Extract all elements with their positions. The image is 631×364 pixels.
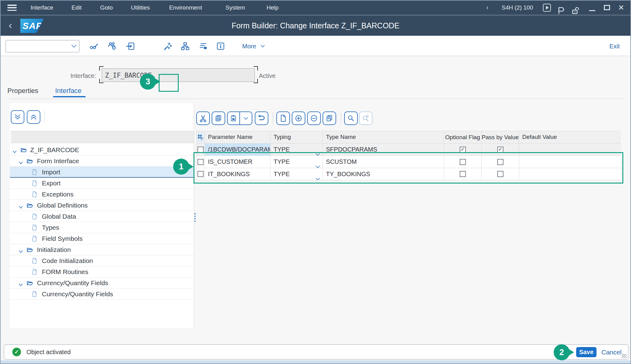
more-button[interactable]: More bbox=[242, 40, 265, 52]
shell-expand-icon[interactable]: › bbox=[486, 1, 488, 15]
insert-line-button[interactable] bbox=[292, 111, 305, 125]
select-all-cell[interactable] bbox=[197, 131, 205, 143]
pass-by-value-checkbox[interactable]: ✓ bbox=[497, 147, 503, 153]
tab-interface[interactable]: Interface bbox=[55, 87, 82, 95]
optional-checkbox[interactable] bbox=[460, 159, 466, 165]
chevron-down-icon[interactable] bbox=[18, 159, 23, 166]
typing-cell[interactable]: TYPE bbox=[271, 144, 323, 156]
back-icon[interactable]: ‹ bbox=[9, 15, 12, 36]
hierarchy-icon[interactable] bbox=[180, 41, 190, 51]
duplicate-line-button[interactable] bbox=[323, 111, 336, 125]
tree-item-form-interface[interactable]: Form Interface bbox=[10, 156, 194, 167]
type-name-cell[interactable]: SFPDOCPARAMS bbox=[323, 144, 444, 156]
expand-all-button[interactable] bbox=[11, 110, 24, 124]
tree-item-currency-quantity-folder[interactable]: Currency/Quantity Fields bbox=[10, 277, 194, 289]
display-change-icon[interactable] bbox=[89, 41, 99, 51]
pass-by-value-checkbox[interactable] bbox=[497, 159, 503, 165]
tree-item-field-symbols[interactable]: Field Symbols bbox=[10, 233, 194, 244]
type-name-cell[interactable]: TY_BOOKINGS bbox=[323, 168, 444, 180]
chevron-down-icon[interactable] bbox=[18, 203, 23, 211]
row-select-cell[interactable] bbox=[197, 156, 205, 168]
new-line-button[interactable] bbox=[276, 111, 290, 125]
interface-input[interactable] bbox=[104, 70, 250, 81]
menu-help[interactable]: Help bbox=[267, 1, 279, 15]
copy-button[interactable] bbox=[212, 111, 225, 125]
tree-item-form-routines[interactable]: FORM Routines bbox=[10, 266, 194, 277]
activate-icon[interactable] bbox=[198, 41, 209, 51]
cancel-button[interactable]: Cancel bbox=[601, 347, 621, 357]
save-button[interactable]: Save bbox=[576, 347, 596, 357]
menu-system[interactable]: System bbox=[226, 1, 245, 15]
panel-splitter-handle[interactable] bbox=[194, 213, 196, 222]
default-value-cell[interactable] bbox=[519, 168, 621, 180]
paste-dropdown-icon[interactable] bbox=[239, 112, 252, 124]
resize-grip[interactable] bbox=[622, 354, 627, 358]
parameter-name-cell[interactable]: IT_BOOKINGS bbox=[205, 168, 271, 180]
row-checkbox[interactable] bbox=[197, 171, 204, 177]
chevron-down-icon[interactable] bbox=[316, 173, 320, 180]
type-name-cell[interactable]: SCUSTOM bbox=[323, 156, 444, 168]
row-checkbox[interactable] bbox=[197, 159, 204, 165]
menu-interface[interactable]: Interface bbox=[31, 1, 53, 15]
menu-edit[interactable]: Edit bbox=[71, 1, 82, 15]
command-input[interactable] bbox=[8, 41, 69, 51]
parameter-name-cell[interactable]: /1BCDWB/DOCPARAMS bbox=[205, 144, 271, 156]
optional-checkbox[interactable]: ✓ bbox=[460, 147, 466, 153]
wand-icon[interactable] bbox=[163, 41, 173, 51]
other-interface-icon[interactable] bbox=[107, 41, 117, 51]
typing-cell[interactable]: TYPE bbox=[271, 168, 323, 180]
minimize-button[interactable] bbox=[589, 10, 595, 11]
undo-button[interactable] bbox=[255, 111, 268, 125]
find-next-button[interactable] bbox=[359, 111, 372, 125]
typing-cell[interactable]: TYPE bbox=[271, 156, 323, 168]
pass-by-value-checkbox[interactable] bbox=[497, 171, 503, 177]
pass-by-value-cell[interactable]: ✓ bbox=[482, 144, 519, 156]
interface-field[interactable] bbox=[102, 68, 255, 82]
play-script-icon[interactable] bbox=[543, 4, 551, 12]
default-value-cell[interactable] bbox=[519, 144, 621, 156]
chevron-down-icon[interactable] bbox=[316, 160, 320, 168]
command-combobox[interactable] bbox=[6, 40, 79, 52]
tree-item-exceptions[interactable]: Exceptions bbox=[10, 189, 194, 200]
menu-environment[interactable]: Environment bbox=[169, 1, 202, 15]
chevron-down-icon[interactable] bbox=[18, 281, 23, 288]
tree-item-import[interactable]: Import bbox=[10, 167, 194, 178]
optional-flag-cell[interactable] bbox=[444, 168, 482, 180]
menu-utilities[interactable]: Utilities bbox=[131, 1, 150, 15]
close-button[interactable]: ✕ bbox=[618, 1, 624, 15]
collapse-all-button[interactable] bbox=[27, 110, 40, 124]
parameter-name-cell[interactable]: IS_CUSTOMER bbox=[205, 156, 271, 168]
paste-button[interactable] bbox=[227, 111, 252, 125]
optional-flag-cell[interactable]: ✓ bbox=[444, 144, 482, 156]
pass-by-value-cell[interactable] bbox=[482, 168, 519, 180]
hamburger-menu-icon[interactable] bbox=[7, 5, 17, 11]
optional-checkbox[interactable] bbox=[460, 171, 466, 177]
delete-line-button[interactable] bbox=[307, 111, 321, 125]
row-select-cell[interactable] bbox=[197, 168, 205, 180]
exit-button[interactable]: Exit bbox=[609, 40, 620, 52]
check-icon[interactable] bbox=[125, 41, 136, 51]
pass-by-value-cell[interactable] bbox=[482, 156, 519, 168]
tree-item-export[interactable]: Export bbox=[10, 178, 194, 189]
cut-button[interactable] bbox=[196, 111, 210, 125]
menu-goto[interactable]: Goto bbox=[100, 1, 113, 15]
default-value-cell[interactable] bbox=[519, 156, 621, 168]
paste-icon[interactable] bbox=[228, 112, 239, 124]
find-button[interactable] bbox=[344, 111, 358, 125]
maximize-button[interactable] bbox=[604, 5, 610, 10]
tree-item-code-initialization[interactable]: Code Initialization bbox=[10, 255, 194, 266]
row-checkbox[interactable] bbox=[197, 147, 204, 153]
information-icon[interactable] bbox=[215, 41, 226, 51]
row-select-cell[interactable] bbox=[197, 144, 205, 156]
tree-item-global-data[interactable]: Global Data bbox=[10, 211, 194, 222]
tab-properties[interactable]: Properties bbox=[7, 87, 38, 95]
tree-item-global-definitions[interactable]: Global Definitions bbox=[10, 200, 194, 211]
optional-flag-cell[interactable] bbox=[444, 156, 482, 168]
tree-item-currency-quantity-fields[interactable]: Currency/Quantity Fields bbox=[10, 289, 194, 300]
tree-item-types[interactable]: Types bbox=[10, 222, 194, 233]
chevron-down-icon[interactable] bbox=[18, 248, 23, 255]
chevron-down-icon[interactable] bbox=[316, 148, 320, 156]
tree-item-initialization[interactable]: Initialization bbox=[10, 244, 194, 255]
chevron-down-icon[interactable] bbox=[12, 148, 17, 155]
tree-item-root[interactable]: Z_IF_BARCODE bbox=[10, 144, 194, 156]
